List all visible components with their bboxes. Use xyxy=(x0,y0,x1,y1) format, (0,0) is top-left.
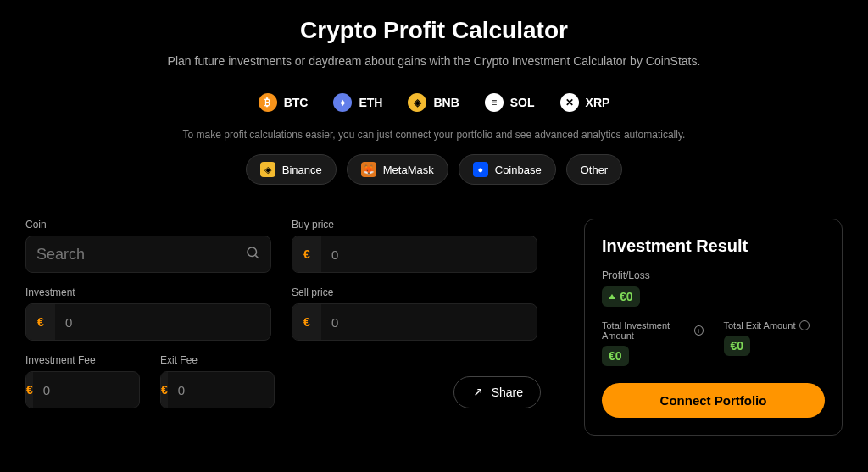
profit-loss-value: €0 xyxy=(602,286,640,307)
coin-label: ETH xyxy=(359,96,382,109)
currency-prefix: € xyxy=(26,304,55,340)
wallet-chip-metamask[interactable]: 🦊MetaMask xyxy=(347,154,448,185)
currency-prefix: € xyxy=(26,372,33,408)
coin-search-wrap[interactable] xyxy=(25,236,271,273)
sol-icon: ≡ xyxy=(485,93,504,112)
coin-item-bnb[interactable]: ◈BNB xyxy=(408,93,459,112)
coin-label: BNB xyxy=(433,96,459,109)
connect-hint: To make profit calculations easier, you … xyxy=(25,129,843,141)
coin-label: BTC xyxy=(284,96,309,109)
total-exit-label: Total Exit Amount xyxy=(724,320,796,330)
bnb-icon: ◈ xyxy=(408,93,426,112)
sell-price-input[interactable] xyxy=(321,304,537,340)
currency-prefix: € xyxy=(161,372,168,408)
share-label: Share xyxy=(492,386,523,399)
currency-prefix: € xyxy=(292,236,321,272)
coin-item-sol[interactable]: ≡SOL xyxy=(485,93,535,112)
page-title: Crypto Profit Calculator xyxy=(25,17,843,44)
wallet-label: Binance xyxy=(282,164,322,176)
buy-price-group: Buy price € xyxy=(292,219,537,273)
currency-prefix: € xyxy=(292,304,321,340)
svg-point-0 xyxy=(248,247,257,257)
profit-loss-label: Profit/Loss xyxy=(602,269,825,281)
coin-item-btc[interactable]: ₿BTC xyxy=(259,93,309,112)
exit-fee-group: Exit Fee € xyxy=(160,354,275,408)
sell-price-label: Sell price xyxy=(292,286,537,298)
info-icon[interactable]: i xyxy=(799,320,810,330)
exit-fee-label: Exit Fee xyxy=(160,354,275,366)
svg-line-1 xyxy=(255,255,258,258)
wallet-chip-other[interactable]: Other xyxy=(566,154,623,185)
investment-fee-group: Investment Fee € xyxy=(25,354,140,408)
coin-label: SOL xyxy=(510,96,535,109)
investment-label: Investment xyxy=(25,286,271,298)
coin-item-xrp[interactable]: ✕XRP xyxy=(560,93,610,112)
page-subtitle: Plan future investments or daydream abou… xyxy=(25,54,843,68)
connect-portfolio-button[interactable]: Connect Portfolio xyxy=(602,383,825,418)
search-icon[interactable] xyxy=(245,245,260,264)
coinbase-icon: ● xyxy=(473,162,488,177)
result-panel: Investment Result Profit/Loss €0 Total I… xyxy=(584,219,843,436)
total-exit-value: €0 xyxy=(724,336,751,356)
xrp-icon: ✕ xyxy=(560,93,579,112)
total-investment-label: Total Investment Amount xyxy=(602,320,691,341)
wallet-chip-coinbase[interactable]: ●Coinbase xyxy=(459,154,556,185)
wallet-label: Other xyxy=(581,164,609,176)
coin-item-eth[interactable]: ♦ETH xyxy=(333,93,382,112)
wallet-connector-row: ◈Binance🦊MetaMask●CoinbaseOther xyxy=(25,154,843,185)
total-investment-value: €0 xyxy=(602,346,629,366)
buy-price-input[interactable] xyxy=(321,236,537,272)
up-arrow-icon xyxy=(609,294,615,299)
investment-fee-label: Investment Fee xyxy=(25,354,140,366)
sell-price-group: Sell price € xyxy=(292,286,537,341)
metamask-icon: 🦊 xyxy=(361,162,376,177)
investment-fee-input[interactable] xyxy=(33,372,140,408)
wallet-chip-binance[interactable]: ◈Binance xyxy=(246,154,337,185)
investment-group: Investment € xyxy=(25,286,271,341)
calculator-form: Coin Buy price € Investment € xyxy=(25,219,559,436)
coin-label: XRP xyxy=(586,96,610,109)
result-title: Investment Result xyxy=(602,236,825,256)
buy-price-label: Buy price xyxy=(292,219,537,230)
share-button[interactable]: Share xyxy=(453,376,541,408)
investment-input[interactable] xyxy=(55,304,270,340)
exit-fee-input[interactable] xyxy=(168,372,275,408)
share-icon xyxy=(471,386,485,399)
wallet-label: MetaMask xyxy=(383,164,434,176)
coin-search-input[interactable] xyxy=(36,246,245,264)
eth-icon: ♦ xyxy=(333,93,352,112)
binance-icon: ◈ xyxy=(260,162,275,177)
info-icon[interactable]: i xyxy=(694,325,704,336)
btc-icon: ₿ xyxy=(259,93,277,112)
coin-label: Coin xyxy=(25,219,271,230)
wallet-label: Coinbase xyxy=(495,164,542,176)
coin-selector-row: ₿BTC♦ETH◈BNB≡SOL✕XRP xyxy=(25,93,843,112)
coin-field-group: Coin xyxy=(25,219,271,273)
